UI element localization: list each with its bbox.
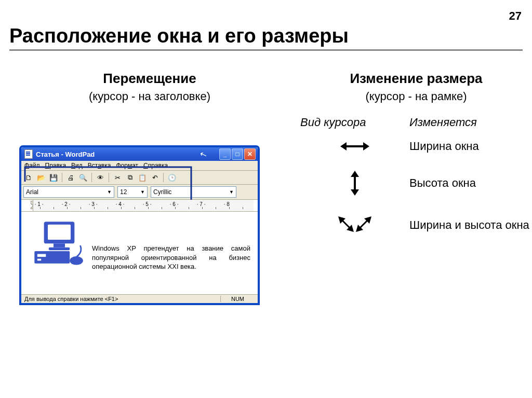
cursor-table: Вид курсора Изменяется Ширина окна <box>300 116 532 237</box>
dropdown-icon: ▼ <box>229 189 234 195</box>
menu-file[interactable]: Файл <box>24 162 40 169</box>
svg-rect-9 <box>37 259 41 261</box>
table-row: Высота окна <box>300 170 532 197</box>
datetime-icon[interactable]: 🕒 <box>167 172 177 183</box>
find-icon[interactable]: 👁 <box>95 172 105 183</box>
left-note: (курсор - на заголовке) <box>20 90 280 103</box>
right-heading: Изменение размера <box>300 71 532 87</box>
print-icon[interactable]: 🖨 <box>65 172 76 183</box>
table-row: Ширина окна <box>300 140 532 153</box>
open-icon[interactable]: 📂 <box>36 172 46 183</box>
script-select[interactable]: Cyrillic ▼ <box>151 186 236 198</box>
horizontal-resize-cursor-icon <box>339 140 370 153</box>
wordpad-ruler[interactable]: · 1 · · 2 · · 3 · · 4 · · 5 · · 6 · · 7 … <box>21 200 258 212</box>
left-heading: Перемещение <box>20 71 280 87</box>
preview-icon[interactable]: 🔍 <box>78 172 88 183</box>
row-label: Ширина окна <box>409 140 479 153</box>
row-label: Высота окна <box>409 176 476 190</box>
undo-icon[interactable]: ↶ <box>150 172 160 183</box>
page-number: 27 <box>509 9 522 23</box>
diagonal-resize-cursor-icon <box>334 213 376 237</box>
computer-illustration-icon <box>31 218 88 267</box>
ruler-marks: · 1 · · 2 · · 3 · · 4 · · 5 · · 6 · · 7 … <box>33 201 254 207</box>
wordpad-title-text: Статья - WordPad <box>36 150 95 158</box>
dropdown-icon: ▼ <box>107 189 112 195</box>
wordpad-toolbar: 🗋 📂 💾 🖨 🔍 👁 ✂ ⧉ 📋 ↶ 🕒 <box>21 171 258 185</box>
svg-rect-8 <box>37 254 46 257</box>
svg-marker-15 <box>351 171 359 177</box>
svg-rect-6 <box>49 248 70 251</box>
save-icon[interactable]: 💾 <box>48 172 59 183</box>
row-label: Ширина и высота окна <box>409 218 529 232</box>
minimize-button[interactable]: _ <box>219 148 231 160</box>
svg-marker-12 <box>340 142 347 150</box>
maximize-button[interactable]: □ <box>232 148 243 160</box>
svg-marker-13 <box>363 142 369 150</box>
cursor-arrow-icon: ↖ <box>198 148 208 160</box>
menu-insert[interactable]: Вставка <box>88 162 111 169</box>
fontsize-select[interactable]: 12 ▼ <box>117 186 148 198</box>
title-underline <box>9 49 523 51</box>
slide-title: Расположение окна и его размеры <box>9 25 532 47</box>
fontsize-value: 12 <box>120 188 127 196</box>
wordpad-menubar: Файл Правка Вид Вставка Формат Справка <box>21 161 258 171</box>
cut-icon[interactable]: ✂ <box>112 172 123 183</box>
wordpad-statusbar: Для вывода справки нажмите <F1> NUM <box>21 294 258 303</box>
wordpad-content[interactable]: Windows XP претендует на звание самой по… <box>21 212 258 294</box>
wordpad-titlebar[interactable]: Статья - WordPad ↖ _ □ ✕ <box>21 147 258 161</box>
table-row: Ширина и высота окна <box>300 213 532 237</box>
right-note: (курсор - на рамке) <box>300 90 532 103</box>
svg-rect-7 <box>34 251 70 264</box>
font-value: Arial <box>26 188 38 196</box>
script-value: Cyrillic <box>153 188 171 196</box>
font-select[interactable]: Arial ▼ <box>23 186 114 198</box>
copy-icon[interactable]: ⧉ <box>125 172 135 183</box>
svg-marker-16 <box>351 189 359 196</box>
table-col2-header: Изменяется <box>409 116 477 129</box>
vertical-resize-cursor-icon <box>349 170 361 197</box>
wordpad-formatbar: Arial ▼ 12 ▼ Cyrillic ▼ <box>21 185 258 200</box>
status-help-text: Для вывода справки нажмите <F1> <box>24 296 118 302</box>
menu-help[interactable]: Справка <box>143 162 168 169</box>
wordpad-app-icon <box>24 149 33 159</box>
paste-icon[interactable]: 📋 <box>137 172 148 183</box>
new-icon[interactable]: 🗋 <box>23 172 34 183</box>
svg-rect-4 <box>48 225 71 240</box>
menu-format[interactable]: Формат <box>116 162 138 169</box>
status-numlock: NUM <box>220 296 255 302</box>
close-button[interactable]: ✕ <box>244 148 256 160</box>
menu-edit[interactable]: Правка <box>45 162 66 169</box>
wordpad-window: Статья - WordPad ↖ _ □ ✕ Файл Правка Вид… <box>20 146 259 305</box>
table-col1-header: Вид курсора <box>300 116 409 129</box>
svg-rect-5 <box>54 243 65 247</box>
dropdown-icon: ▼ <box>140 189 145 195</box>
menu-view[interactable]: Вид <box>71 162 83 169</box>
svg-point-10 <box>70 256 83 265</box>
